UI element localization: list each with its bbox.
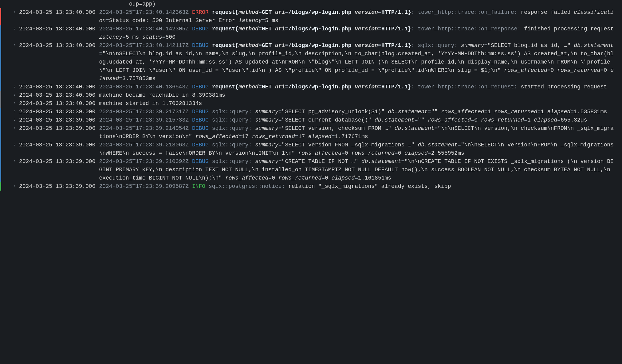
iso-timestamp: 2024-03-25T17:23:39.215733Z — [99, 117, 192, 123]
log-row[interactable]: ›2024-03-25 13:23:39.0002024-03-25T17:23… — [0, 124, 622, 141]
kv-value: 1 — [527, 117, 534, 123]
kv-key: summary — [255, 142, 278, 148]
kv-value: 500 — [166, 34, 175, 40]
chevron-right-icon[interactable]: › — [14, 117, 16, 123]
log-message: started processing request — [521, 84, 607, 90]
log-row[interactable]: ›2024-03-25 13:23:39.0002024-03-25T17:23… — [0, 141, 622, 157]
kv-value: 1.161851ms — [358, 175, 391, 181]
iso-timestamp: 2024-03-25T17:23:40.142117Z — [99, 42, 192, 48]
timestamp: 2024-03-25 13:23:39.000 — [19, 116, 95, 124]
log-content: 2024-03-25T17:23:39.210392Z DEBUG sqlx::… — [99, 157, 622, 182]
log-row[interactable]: ›2024-03-25 13:23:40.000machine became r… — [0, 91, 622, 99]
kv-key: summary — [255, 109, 278, 115]
log-content: 2024-03-25T17:23:40.142363Z ERROR reques… — [99, 8, 622, 25]
log-content: 2024-03-25T17:23:39.214954Z DEBUG sqlx::… — [99, 124, 622, 141]
kv-value: "SELECT version, checksum FROM …" — [282, 125, 395, 131]
logger-path: : tower_http::trace::on_response: — [411, 26, 524, 32]
equals: = — [547, 67, 551, 73]
chevron-right-icon[interactable]: › — [14, 9, 16, 15]
timestamp: 2024-03-25 13:23:39.000 — [19, 124, 95, 133]
kv-value: 17 — [242, 134, 252, 140]
equals: = — [99, 51, 102, 57]
chevron-right-icon[interactable]: › — [14, 100, 16, 106]
chevron-right-icon[interactable]: › — [14, 108, 16, 115]
equals: = — [600, 67, 604, 73]
log-viewer: oup=app) ›2024-03-25 13:23:40.0002024-03… — [0, 0, 622, 191]
iso-timestamp: 2024-03-25T17:23:40.142363Z — [99, 9, 192, 15]
log-level: DEBUG — [192, 158, 209, 165]
kv-key: rows_affected — [225, 175, 268, 181]
equals: = — [471, 117, 474, 123]
equals: = — [262, 17, 265, 24]
log-row[interactable]: ›2024-03-25 13:23:39.0002024-03-25T17:23… — [0, 157, 622, 182]
equals: = — [570, 109, 574, 115]
kv-value: 3.757853ms — [122, 76, 156, 82]
equals: = — [278, 125, 282, 131]
kv-key: elapsed — [534, 117, 557, 123]
chevron-right-icon[interactable]: › — [14, 125, 16, 131]
kv-value: 0 — [272, 175, 278, 181]
logger-path: sqlx::query: — [209, 109, 255, 115]
log-row[interactable]: ›2024-03-25 13:23:40.0002024-03-25T17:23… — [0, 83, 622, 91]
chevron-right-icon[interactable]: › — [14, 183, 16, 189]
log-level: DEBUG — [192, 84, 209, 90]
equals: = — [428, 109, 431, 115]
kv-value: "" — [418, 117, 427, 123]
equals: = — [162, 34, 166, 40]
kv-value: 1.535831ms — [574, 109, 607, 115]
chevron-right-icon[interactable]: › — [14, 83, 16, 90]
chevron-right-icon[interactable]: › — [14, 25, 16, 32]
timestamp: 2024-03-25 13:23:40.000 — [19, 41, 95, 50]
request-span: request{method=GET uri=/blogs/wp-login.p… — [212, 42, 411, 48]
equals: = — [395, 150, 398, 156]
kv-key: elapsed — [332, 175, 355, 181]
kv-value: 1 — [487, 109, 494, 115]
log-row[interactable]: ›2024-03-25 13:23:40.0002024-03-25T17:23… — [0, 8, 622, 25]
kv-value: "CREATE TABLE IF NOT …" — [282, 158, 361, 165]
log-content: 2024-03-25T17:23:39.217317Z DEBUG sqlx::… — [99, 108, 622, 116]
kv-value: 1.717671ms — [335, 134, 368, 140]
iso-timestamp: 2024-03-25T17:23:39.210392Z — [99, 158, 192, 165]
equals: = — [278, 117, 282, 123]
equals: = — [122, 34, 126, 40]
kv-value: 17 — [298, 134, 308, 140]
log-row[interactable]: ›2024-03-25 13:23:39.0002024-03-25T17:23… — [0, 116, 622, 124]
log-content: 2024-03-25T17:23:39.215733Z DEBUG sqlx::… — [99, 116, 622, 124]
equals: = — [401, 158, 404, 165]
kv-key: db.statement — [574, 42, 614, 48]
log-content: 2024-03-25T17:23:39.209587Z INFO sqlx::p… — [99, 182, 622, 191]
kv-key: rows_affected — [441, 109, 484, 115]
chevron-right-icon[interactable]: › — [14, 92, 16, 98]
logger-path: sqlx::query: — [209, 117, 255, 123]
equals: = — [484, 42, 488, 48]
equals: = — [355, 175, 358, 181]
log-row[interactable]: ›2024-03-25 13:23:39.0002024-03-25T17:23… — [0, 182, 622, 191]
kv-key: summary — [255, 125, 278, 131]
timestamp: 2024-03-25 13:23:40.000 — [19, 8, 95, 17]
kv-key: rows_returned — [278, 175, 321, 181]
logger-path: : tower_http::trace::on_request: — [411, 84, 521, 90]
chevron-right-icon[interactable]: › — [14, 158, 16, 165]
log-row[interactable]: ›2024-03-25 13:23:39.0002024-03-25T17:23… — [0, 108, 622, 116]
kv-key: rows_affected — [195, 134, 238, 140]
kv-key: summary — [255, 117, 278, 123]
kv-value: "" — [431, 109, 441, 115]
log-row[interactable]: ›2024-03-25 13:23:40.000machine started … — [0, 99, 622, 108]
log-row[interactable]: ›2024-03-25 13:23:40.0002024-03-25T17:23… — [0, 41, 622, 83]
kv-value: "SELECT pg_advisory_unlock($1)" — [282, 109, 388, 115]
kv-value: "SELECT blog.id as id, …" — [487, 42, 574, 48]
chevron-right-icon[interactable]: › — [14, 141, 16, 148]
kv-key: rows_returned — [557, 67, 600, 73]
kv-key: rows_returned — [494, 109, 537, 115]
logger-path: : sqlx::query: — [411, 42, 461, 48]
kv-key: rows_affected — [298, 150, 341, 156]
iso-timestamp: 2024-03-25T17:23:40.136543Z — [99, 84, 192, 90]
timestamp: 2024-03-25 13:23:40.000 — [19, 83, 95, 91]
kv-key: db.statement — [388, 109, 428, 115]
log-row[interactable]: ›2024-03-25 13:23:40.0002024-03-25T17:23… — [0, 25, 622, 41]
equals: = — [268, 175, 272, 181]
equals: = — [484, 109, 488, 115]
kv-value: 655.32µs — [561, 117, 587, 123]
chevron-right-icon[interactable]: › — [14, 42, 16, 48]
logger-path: sqlx::query: — [209, 142, 255, 148]
